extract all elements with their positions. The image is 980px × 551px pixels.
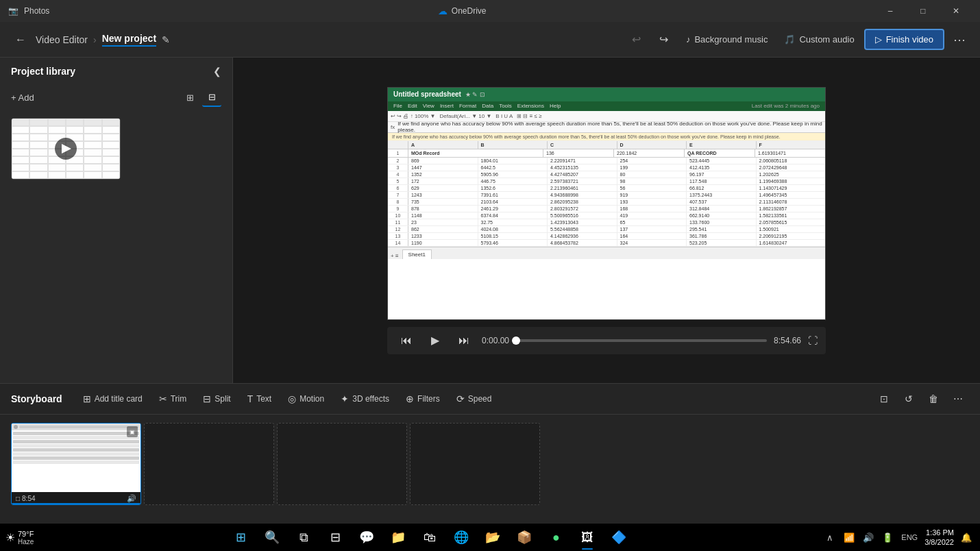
current-time: 0:00.00 — [482, 336, 509, 345]
taskbar-weather[interactable]: ☀ 79°F Haze — [0, 530, 39, 546]
taskbar-photos-button[interactable]: 🖼 — [572, 524, 602, 551]
speed-button[interactable]: ⟳ Speed — [450, 389, 499, 408]
clip-ss-inner — [12, 424, 140, 492]
clip-audio-icon: 🔊 — [127, 494, 136, 503]
project-library-panel: Project library ❮ + Add ⊞ ⊟ — [0, 58, 233, 383]
add-media-button[interactable]: + Add — [11, 93, 34, 103]
storyboard-rotate-button[interactable]: ↺ — [898, 388, 920, 410]
edit-project-name-button[interactable]: ✎ — [162, 34, 170, 45]
app-title-label: Video Editor — [36, 34, 88, 45]
storyboard-delete-button[interactable]: 🗑 — [922, 388, 944, 410]
storyboard-more-button[interactable]: ⋯ — [947, 388, 969, 410]
progress-bar[interactable] — [516, 339, 767, 342]
taskbar-chat-button[interactable]: 💬 — [352, 524, 382, 551]
system-tray-expand[interactable]: ∧ — [820, 524, 840, 551]
maximize-button[interactable]: □ — [907, 0, 939, 22]
storyboard-toolbar: Storyboard ⊞ Add title card ✂ Trim ⊟ Spl… — [0, 384, 980, 415]
photos-taskbar-icon: 🖼 — [581, 530, 593, 545]
skip-back-button[interactable]: ⏮ — [395, 330, 417, 352]
play-button[interactable]: ▶ — [424, 330, 446, 352]
taskbar-store-button[interactable]: 🛍 — [415, 524, 445, 551]
time-label: 1:36 PM — [924, 528, 954, 537]
search-taskbar-icon: 🔍 — [265, 530, 280, 545]
text-button[interactable]: T Text — [241, 389, 279, 408]
custom-audio-label: Custom audio — [799, 34, 854, 45]
taskbar-clock[interactable]: 1:36 PM 3/8/2022 — [922, 524, 957, 551]
speed-label: Speed — [468, 394, 492, 404]
3d-effects-icon: ✦ — [341, 393, 349, 404]
3d-effects-button[interactable]: ✦ 3D effects — [334, 389, 396, 408]
trim-icon: ✂ — [159, 393, 167, 404]
close-button[interactable]: ✕ — [940, 0, 972, 22]
sheet1-tab[interactable]: Sheet1 — [402, 249, 432, 259]
project-library-title: Project library — [11, 66, 75, 77]
clip-duration-icon: □ 8:54 — [16, 495, 36, 502]
chat-icon: 💬 — [359, 530, 374, 545]
taskbar-battery-icon[interactable]: 🔋 — [878, 524, 897, 551]
custom-audio-button[interactable]: 🎵 Custom audio — [777, 30, 861, 49]
taskbar-volume-icon[interactable]: 🔊 — [859, 524, 878, 551]
library-video-item[interactable] — [11, 118, 121, 180]
add-title-card-button[interactable]: ⊞ Add title card — [76, 389, 149, 408]
split-icon: ⊟ — [203, 393, 211, 404]
more-options-button[interactable]: ⋯ — [947, 27, 972, 52]
edge-icon: 🌐 — [454, 530, 469, 545]
bg-music-label: Background music — [694, 34, 768, 45]
taskbar-network-icon[interactable]: 📶 — [840, 524, 859, 551]
undo-button[interactable]: ↩ — [624, 27, 649, 52]
background-music-button[interactable]: ♪ Background music — [679, 30, 774, 49]
language-label: ENG — [901, 533, 918, 541]
story-clip-empty-3 — [410, 423, 540, 505]
taskbar-dropbox-button[interactable]: 📦 — [509, 524, 539, 551]
taskbar-explorer-button[interactable]: 📁 — [383, 524, 413, 551]
weather-condition: Haze — [18, 538, 34, 546]
taskbar-notifications-button[interactable]: 🔔 — [958, 524, 975, 551]
finish-video-button[interactable]: ▷ Finish video — [864, 29, 944, 50]
taskbar-app-extra[interactable]: 🔷 — [604, 524, 634, 551]
notification-icons: ∧ 📶 🔊 🔋 — [820, 524, 897, 551]
trim-button[interactable]: ✂ Trim — [152, 389, 194, 408]
library-toolbar: + Add ⊞ ⊟ — [0, 85, 232, 112]
taskbar-widgets-button[interactable]: ⊟ — [320, 524, 350, 551]
view-toggle: ⊞ ⊟ — [180, 88, 221, 107]
video-frame: Untitled spreadsheet ★ ✎ ⊡ File Edit Vie… — [387, 87, 826, 320]
split-label: Split — [215, 394, 230, 404]
storyboard-resize-button[interactable]: ⊡ — [873, 388, 895, 410]
filters-icon: ⊕ — [406, 393, 414, 404]
onedrive-area: ☁ OneDrive — [438, 5, 487, 16]
filters-button[interactable]: ⊕ Filters — [399, 389, 447, 408]
split-button[interactable]: ⊟ Split — [196, 389, 237, 408]
grid-view-button[interactable]: ⊞ — [180, 88, 199, 107]
story-clip-empty-2 — [277, 423, 407, 505]
taskbar-start-button[interactable]: ⊞ — [225, 524, 256, 551]
back-button[interactable]: ← — [8, 27, 33, 52]
taskbar-edge-button[interactable]: 🌐 — [446, 524, 476, 551]
taskbar-taskview-button[interactable]: ⧉ — [289, 524, 319, 551]
add-title-card-label: Add title card — [95, 394, 143, 404]
text-label: Text — [256, 394, 271, 404]
clip-preview-1: ▣ — [12, 424, 140, 492]
total-time: 8:54.66 — [774, 336, 801, 345]
finish-icon: ▷ — [875, 34, 882, 45]
qa-record-label: QA RECORD — [685, 149, 755, 157]
app-name-label: Photos — [24, 6, 49, 16]
add-title-card-icon: ⊞ — [83, 393, 91, 404]
taskbar-search-button[interactable]: 🔍 — [257, 524, 287, 551]
taskbar-eng-button[interactable]: ENG — [898, 524, 920, 551]
taskbar-folder-button[interactable]: 📂 — [478, 524, 508, 551]
storyboard-title: Storyboard — [11, 393, 62, 404]
progress-thumb[interactable] — [512, 336, 520, 345]
collapse-library-button[interactable]: ❮ — [213, 66, 221, 77]
fullscreen-button[interactable]: ⛶ — [808, 335, 818, 346]
story-clip-1[interactable]: ▣ □ 8:54 🔊 — [11, 423, 141, 505]
taskbar-apps: ⊞ 🔍 ⧉ ⊟ 💬 📁 🛍 🌐 📂 📦 ● — [39, 524, 820, 551]
skip-forward-button[interactable]: ⏭ — [453, 330, 475, 352]
motion-button[interactable]: ◎ Motion — [281, 389, 331, 408]
redo-button[interactable]: ↪ — [652, 27, 676, 52]
motion-icon: ◎ — [288, 393, 296, 404]
list-view-button[interactable]: ⊟ — [202, 88, 221, 107]
formula-text: If we find anyone who has accuracy below… — [397, 121, 822, 133]
title-bar-left: 📷 Photos — [8, 6, 49, 16]
minimize-button[interactable]: – — [874, 0, 906, 22]
taskbar-chrome-button[interactable]: ● — [541, 524, 571, 551]
